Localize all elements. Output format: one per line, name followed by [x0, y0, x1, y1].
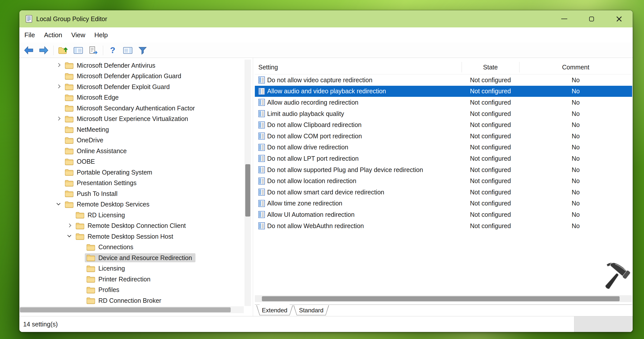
tree-item[interactable]: Microsoft Secondary Authentication Facto…: [19, 103, 244, 114]
menu-item[interactable]: Help: [90, 27, 112, 43]
tree-item[interactable]: Microsoft Defender Exploit Guard: [19, 81, 244, 92]
chevron-icon[interactable]: [66, 211, 73, 219]
tree-item[interactable]: OneDrive: [19, 135, 244, 146]
chevron-icon[interactable]: [55, 158, 63, 165]
tree-item[interactable]: RD Connection Broker: [19, 295, 244, 306]
close-button[interactable]: [605, 10, 633, 27]
chevron-icon[interactable]: [55, 190, 63, 197]
tree-item[interactable]: Push To Install: [19, 188, 244, 199]
chevron-icon[interactable]: [77, 297, 84, 304]
chevron-icon[interactable]: [55, 115, 63, 123]
setting-row[interactable]: Do not allow LPT port redirection Not co…: [255, 153, 632, 164]
chevron-icon[interactable]: [55, 72, 63, 80]
pane-splitter[interactable]: [251, 58, 255, 316]
up-one-level-button[interactable]: [56, 44, 70, 57]
tree-item[interactable]: OOBE: [19, 156, 244, 167]
setting-row[interactable]: Do not allow supported Plug and Play dev…: [255, 164, 632, 176]
tree-item[interactable]: Portable Operating System: [19, 167, 244, 178]
tree-item[interactable]: Remote Desktop Session Host: [19, 231, 244, 242]
setting-row[interactable]: Do not allow smart card device redirecti…: [255, 187, 632, 198]
setting-row[interactable]: Allow audio and video playback redirecti…: [255, 86, 632, 97]
column-divider[interactable]: [519, 62, 519, 72]
up-one-level-icon: [58, 46, 68, 55]
chevron-icon[interactable]: [77, 265, 84, 272]
chevron-icon[interactable]: [66, 233, 73, 240]
chevron-icon[interactable]: [55, 62, 63, 69]
setting-row[interactable]: Do not allow video capture redirection N…: [255, 74, 632, 86]
tree-horizontal-scrollbar[interactable]: [19, 306, 244, 313]
chevron-icon[interactable]: [55, 83, 63, 91]
column-header-comment[interactable]: Comment: [519, 60, 632, 74]
chevron-icon[interactable]: [55, 179, 63, 187]
setting-row[interactable]: Allow audio recording redirection Not co…: [255, 97, 632, 108]
tree-item[interactable]: RD Licensing: [19, 210, 244, 221]
chevron-icon[interactable]: [66, 222, 73, 230]
folder-icon: [65, 104, 74, 112]
setting-row[interactable]: Limit audio playback quality Not configu…: [255, 108, 632, 119]
back-button[interactable]: [22, 44, 35, 57]
setting-state: Not configured: [462, 108, 519, 119]
tree-item[interactable]: Microsoft Edge: [19, 92, 244, 103]
setting-comment: No: [519, 220, 632, 232]
tree-item[interactable]: Remote Desktop Connection Client: [19, 221, 244, 231]
menu-item[interactable]: File: [20, 27, 39, 43]
tree-item[interactable]: Licensing: [19, 263, 244, 274]
setting-row[interactable]: Do not allow COM port redirection Not co…: [255, 131, 632, 142]
export-list-button[interactable]: [87, 44, 100, 57]
chevron-icon[interactable]: [55, 126, 63, 133]
setting-row[interactable]: Do not allow drive redirection Not confi…: [255, 142, 632, 153]
column-header-state[interactable]: State: [462, 60, 519, 74]
chevron-icon[interactable]: [77, 275, 84, 283]
filter-button[interactable]: [136, 44, 150, 57]
list-horizontal-scrollbar[interactable]: [255, 295, 632, 302]
tree-item[interactable]: Connections: [19, 242, 244, 253]
tree-item[interactable]: Microsoft User Experience Virtualization: [19, 114, 244, 124]
tree-horizontal-scrollbar-thumb[interactable]: [20, 307, 231, 312]
chevron-icon[interactable]: [55, 137, 63, 144]
forward-button[interactable]: [37, 44, 51, 57]
setting-icon: [258, 166, 265, 174]
chevron-icon[interactable]: [77, 254, 84, 262]
maximize-button[interactable]: [578, 10, 605, 27]
show-console-tree-button[interactable]: [71, 44, 85, 57]
tree-item-label: Remote Desktop Session Host: [88, 233, 173, 240]
view-tab[interactable]: Standard: [293, 305, 329, 315]
tree-item[interactable]: Device and Resource Redirection: [19, 252, 244, 263]
chevron-icon[interactable]: [55, 201, 63, 208]
chevron-icon[interactable]: [55, 94, 63, 101]
setting-row[interactable]: Do not allow Clipboard redirection Not c…: [255, 119, 632, 131]
tree-vertical-scrollbar-thumb[interactable]: [245, 164, 250, 217]
folder-icon: [65, 147, 74, 155]
setting-row[interactable]: Do not allow location redirection Not co…: [255, 175, 632, 187]
setting-row[interactable]: Do not allow WebAuthn redirection Not co…: [255, 220, 632, 232]
tree-item[interactable]: Online Assistance: [19, 146, 244, 156]
menu-item[interactable]: Action: [39, 27, 67, 43]
tree-item[interactable]: NetMeeting: [19, 124, 244, 135]
tree-item[interactable]: Printer Redirection: [19, 274, 244, 285]
tree-item[interactable]: Remote Desktop Services: [19, 199, 244, 210]
setting-row[interactable]: Allow time zone redirection Not configur…: [255, 198, 632, 209]
help-button[interactable]: ?: [106, 44, 119, 57]
column-divider[interactable]: [462, 62, 462, 72]
tree-vertical-scrollbar[interactable]: [245, 60, 251, 306]
show-action-pane-button[interactable]: [121, 44, 135, 57]
setting-name: Limit audio playback quality: [267, 108, 461, 119]
setting-icon: [258, 99, 265, 106]
chevron-icon[interactable]: [77, 286, 84, 294]
tree-item[interactable]: Presentation Settings: [19, 178, 244, 189]
chevron-icon[interactable]: [55, 104, 63, 112]
column-header-setting[interactable]: Setting: [258, 60, 278, 74]
tree-item-label: Push To Install: [77, 190, 117, 197]
folder-icon: [86, 297, 95, 304]
list-horizontal-scrollbar-thumb[interactable]: [262, 296, 620, 301]
tree-item[interactable]: Profiles: [19, 285, 244, 295]
setting-row[interactable]: Allow UI Automation redirection Not conf…: [255, 209, 632, 220]
tree-item[interactable]: Microsoft Defender Application Guard: [19, 71, 244, 82]
tree-item[interactable]: Microsoft Defender Antivirus: [19, 60, 244, 71]
chevron-icon[interactable]: [77, 243, 84, 251]
chevron-icon[interactable]: [55, 168, 63, 176]
menu-item[interactable]: View: [67, 27, 90, 43]
view-tab[interactable]: Extended: [256, 305, 293, 315]
chevron-icon[interactable]: [55, 147, 63, 155]
minimize-button[interactable]: [550, 10, 578, 27]
